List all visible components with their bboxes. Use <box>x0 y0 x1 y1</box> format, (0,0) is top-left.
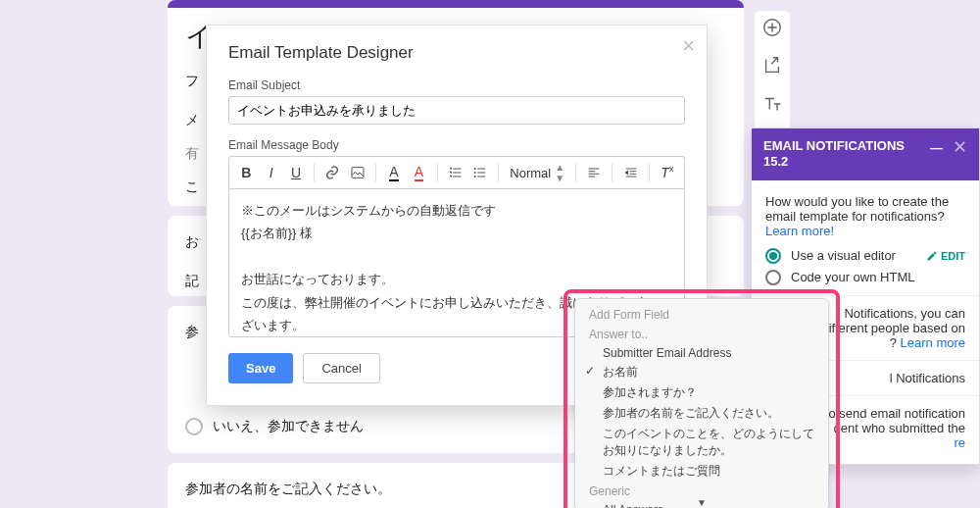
more-link[interactable]: re <box>954 435 965 450</box>
svg-point-6 <box>474 176 476 178</box>
add-icon[interactable] <box>761 17 783 41</box>
format-select[interactable]: Normal▲▼ <box>506 162 568 183</box>
dd-item[interactable]: Submitter Email Address <box>575 344 828 362</box>
option-label: いいえ、参加できません <box>213 418 364 435</box>
image-icon[interactable] <box>347 161 368 184</box>
dd-item[interactable]: 参加されますか？ <box>575 382 828 403</box>
textcolor-icon[interactable]: A <box>383 161 405 184</box>
dd-item[interactable]: コメントまたはご質問 <box>575 461 828 482</box>
option-code-html[interactable]: Code your own HTML <box>765 270 965 285</box>
text-icon[interactable] <box>761 93 783 118</box>
clear-icon[interactable]: Tx <box>657 161 678 184</box>
italic-icon[interactable]: I <box>260 161 281 184</box>
editor-toolbar: B I U A A Normal▲▼ Tx <box>228 156 685 188</box>
modal-title: Email Template Designer <box>228 43 685 63</box>
panel-title: EMAIL NOTIFICATIONS 15.2 <box>763 138 930 171</box>
align-icon[interactable] <box>583 161 605 184</box>
close-icon[interactable]: ✕ <box>953 138 967 156</box>
dd-item[interactable]: このイベントのことを、どのようにしてお知りになりましたか。 <box>575 424 828 461</box>
chevron-down-icon[interactable]: ▼ <box>697 497 707 508</box>
dd-heading: Add Form Field <box>575 305 828 325</box>
ul-icon[interactable] <box>469 161 491 184</box>
panel-question: How would you like to create the email t… <box>765 194 965 238</box>
indent-icon[interactable] <box>619 161 641 184</box>
dd-heading: Answer to.. <box>575 325 828 344</box>
radio-icon <box>765 270 781 285</box>
learn-more-link[interactable]: Learn more! <box>765 224 834 238</box>
svg-point-5 <box>474 172 476 174</box>
save-button[interactable]: Save <box>228 353 293 383</box>
dd-item[interactable]: 参加者の名前をご記入ください。 <box>575 403 828 424</box>
underline-icon[interactable]: U <box>285 161 307 184</box>
option-visual-editor[interactable]: Use a visual editor EDIT <box>765 248 965 264</box>
subject-input[interactable] <box>228 96 685 125</box>
highlight-icon[interactable]: A <box>408 161 429 184</box>
panel-header: EMAIL NOTIFICATIONS 15.2 — ✕ <box>752 128 979 180</box>
import-icon[interactable] <box>761 55 783 79</box>
close-icon[interactable]: × <box>682 33 695 59</box>
cancel-button[interactable]: Cancel <box>303 353 379 383</box>
svg-rect-3 <box>352 168 364 178</box>
edit-button[interactable]: EDIT <box>926 250 965 262</box>
form-field-dropdown[interactable]: Add Form Field Answer to.. Submitter Ema… <box>574 298 829 508</box>
form-field-dropdown-highlight: Add Form Field Answer to.. Submitter Ema… <box>564 289 840 508</box>
minimize-icon[interactable]: — <box>930 140 941 155</box>
subject-label: Email Subject <box>228 78 685 92</box>
radio-icon <box>765 248 781 264</box>
bold-icon[interactable]: B <box>235 161 257 184</box>
radio-icon[interactable] <box>185 418 203 435</box>
body-label: Email Message Body <box>228 138 685 152</box>
learn-more-link[interactable]: Learn more <box>901 335 965 350</box>
dd-item[interactable]: お名前 <box>575 362 828 382</box>
svg-point-4 <box>474 168 476 170</box>
ol-icon[interactable] <box>445 161 466 184</box>
link-icon[interactable] <box>321 161 343 184</box>
